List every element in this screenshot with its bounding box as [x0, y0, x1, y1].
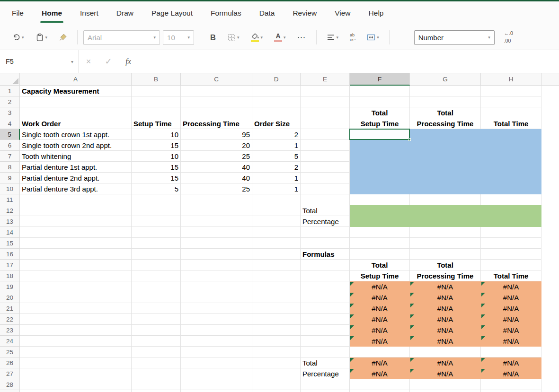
cell-G18[interactable]: Processing Time — [410, 270, 481, 281]
cell-E6[interactable] — [301, 140, 350, 151]
cell-G23[interactable]: #N/A — [410, 325, 481, 336]
row-header-2[interactable]: 2 — [0, 96, 20, 107]
cell-B9[interactable]: 15 — [132, 173, 181, 183]
cell-H23[interactable]: #N/A — [481, 325, 541, 336]
cell-E21[interactable] — [301, 303, 350, 314]
cell-H26[interactable]: #N/A — [481, 357, 541, 368]
cell-H21[interactable]: #N/A — [481, 303, 541, 314]
cell-H6[interactable] — [481, 140, 541, 151]
cell-G22[interactable]: #N/A — [410, 314, 481, 325]
cell-A6[interactable]: Single tooth crown 2nd appt. — [20, 140, 132, 151]
cell-E15[interactable] — [301, 238, 350, 249]
cell-E11[interactable] — [301, 194, 350, 205]
row-header-26[interactable]: 26 — [0, 357, 20, 368]
cell-F9[interactable] — [350, 173, 410, 183]
cell-F22[interactable]: #N/A — [350, 314, 410, 325]
cell-E29[interactable] — [301, 390, 350, 392]
row-header-21[interactable]: 21 — [0, 303, 20, 314]
column-header-B[interactable]: B — [132, 73, 181, 86]
cell-B23[interactable] — [132, 325, 181, 336]
cell-D19[interactable] — [252, 281, 301, 292]
cell-F25[interactable] — [350, 347, 410, 357]
cell-E12[interactable]: Total — [301, 205, 350, 216]
cell-C15[interactable] — [181, 238, 252, 249]
cell-C3[interactable] — [181, 107, 252, 118]
cell-G12[interactable] — [410, 205, 481, 216]
cell-B18[interactable] — [132, 270, 181, 281]
cell-H3[interactable] — [481, 107, 541, 118]
row-header-16[interactable]: 16 — [0, 249, 20, 260]
cell-G8[interactable] — [410, 162, 481, 173]
cell-C5[interactable]: 95 — [181, 129, 252, 140]
cell-B19[interactable] — [132, 281, 181, 292]
cell-G17[interactable]: Total — [410, 260, 481, 270]
cell-H25[interactable] — [481, 347, 541, 357]
row-header-28[interactable]: 28 — [0, 379, 20, 390]
row-header-22[interactable]: 22 — [0, 314, 20, 325]
borders-dropdown-chevron[interactable]: ▾ — [237, 35, 240, 40]
cell-H11[interactable] — [481, 194, 541, 205]
cell-E17[interactable] — [301, 260, 350, 270]
cell-D9[interactable]: 1 — [252, 173, 301, 183]
cell-E10[interactable] — [301, 183, 350, 194]
cell-G6[interactable] — [410, 140, 481, 151]
cell-A22[interactable] — [20, 314, 132, 325]
cell-E3[interactable] — [301, 107, 350, 118]
cell-C13[interactable] — [181, 216, 252, 227]
cell-G5[interactable] — [410, 129, 481, 140]
cell-A26[interactable] — [20, 357, 132, 368]
cell-B13[interactable] — [132, 216, 181, 227]
cell-D18[interactable] — [252, 270, 301, 281]
fill-handle[interactable] — [408, 138, 411, 141]
row-header-13[interactable]: 13 — [0, 216, 20, 227]
cell-B7[interactable]: 10 — [132, 151, 181, 162]
cell-F3[interactable]: Total — [350, 107, 410, 118]
cell-A5[interactable]: Single tooth crown 1st appt. — [20, 129, 132, 140]
row-header-5[interactable]: 5 — [0, 129, 20, 140]
cell-F4[interactable]: Setup Time — [350, 118, 410, 129]
cell-C2[interactable] — [181, 96, 252, 107]
cell-B10[interactable]: 5 — [132, 183, 181, 194]
cell-H12[interactable] — [481, 205, 541, 216]
cell-E18[interactable] — [301, 270, 350, 281]
cell-D8[interactable]: 2 — [252, 162, 301, 173]
insert-function-button[interactable]: fx — [118, 50, 138, 73]
select-all-corner[interactable] — [0, 73, 20, 86]
cell-F6[interactable] — [350, 140, 410, 151]
cell-D1[interactable] — [252, 86, 301, 96]
confirm-entry-button[interactable]: ✓ — [98, 50, 118, 73]
alignment-button[interactable]: ▾ — [322, 29, 343, 46]
cell-B17[interactable] — [132, 260, 181, 270]
cell-B16[interactable] — [132, 249, 181, 260]
undo-dropdown-chevron[interactable]: ▾ — [22, 35, 24, 40]
fill-color-button[interactable]: ▾ — [247, 29, 267, 46]
cell-F20[interactable]: #N/A — [350, 292, 410, 303]
cell-A27[interactable] — [20, 368, 132, 379]
cell-C22[interactable] — [181, 314, 252, 325]
cancel-entry-button[interactable]: × — [79, 50, 98, 73]
cell-F14[interactable] — [350, 227, 410, 238]
cell-A4[interactable]: Work Order — [20, 118, 132, 129]
cell-A15[interactable] — [20, 238, 132, 249]
cell-H16[interactable] — [481, 249, 541, 260]
format-painter-button[interactable] — [54, 29, 71, 46]
cell-H28[interactable] — [481, 379, 541, 390]
cell-H24[interactable]: #N/A — [481, 336, 541, 347]
wrap-text-button[interactable]: ab c↩ — [346, 29, 360, 46]
menu-tab-insert[interactable]: Insert — [71, 1, 107, 25]
column-header-E[interactable]: E — [301, 73, 350, 86]
cell-D10[interactable]: 1 — [252, 183, 301, 194]
cell-G2[interactable] — [410, 96, 481, 107]
cell-F27[interactable]: #N/A — [350, 368, 410, 379]
row-header-7[interactable]: 7 — [0, 151, 20, 162]
cell-G11[interactable] — [410, 194, 481, 205]
row-header-17[interactable]: 17 — [0, 260, 20, 270]
cell-A3[interactable] — [20, 107, 132, 118]
row-header-20[interactable]: 20 — [0, 292, 20, 303]
cell-B6[interactable]: 15 — [132, 140, 181, 151]
row-header-11[interactable]: 11 — [0, 194, 20, 205]
cell-C17[interactable] — [181, 260, 252, 270]
row-header-15[interactable]: 15 — [0, 238, 20, 249]
cell-B5[interactable]: 10 — [132, 129, 181, 140]
row-header-27[interactable]: 27 — [0, 368, 20, 379]
